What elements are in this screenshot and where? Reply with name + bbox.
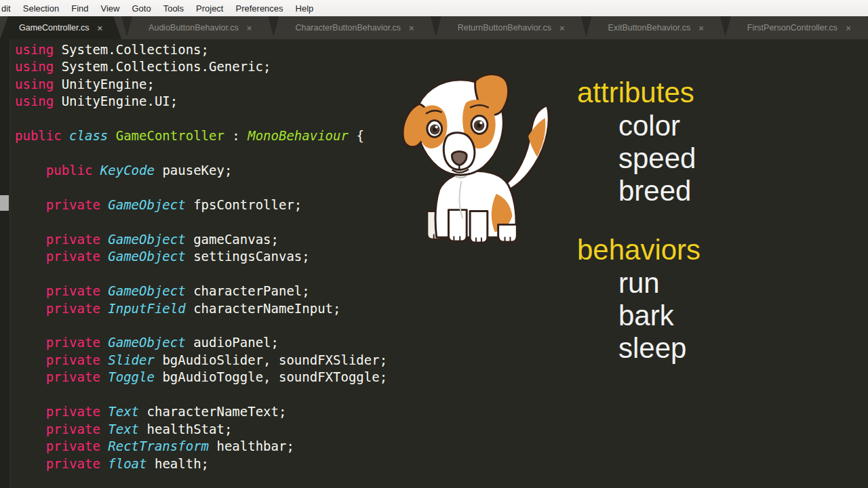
code-line: private Toggle bgAudioToggle, soundFXTog… [15, 369, 868, 386]
close-tab-icon[interactable]: × [247, 23, 252, 33]
annotation-item-sleep: sleep [577, 332, 753, 365]
annotation-title-behaviors: behaviors [577, 233, 753, 267]
tab-separator [720, 16, 731, 37]
annotation-title-attributes: attributes [577, 76, 753, 110]
annotation-item-color: color [577, 110, 753, 142]
code-line: private Text characterNameText; [15, 403, 868, 420]
tab-gamecontroller[interactable]: GameController.cs× [0, 16, 121, 39]
close-tab-icon[interactable]: × [409, 23, 414, 33]
annotation-item-bark: bark [577, 300, 753, 332]
annotation-item-breed: breed [577, 175, 753, 207]
tab-separator [431, 16, 441, 37]
code-line: private RectTransform healthbar; [15, 438, 868, 455]
menu-item-help[interactable]: Help [290, 1, 319, 16]
code-line [15, 386, 868, 403]
app-window: ditSelectionFindViewGotoToolsProjectPref… [0, 0, 868, 488]
tab-characterbuttonbehavior[interactable]: CharacterButtonBehavior.cs× [279, 16, 430, 39]
tab-label: AudioButtonBehavior.cs [149, 23, 239, 33]
tab-label: ExitButtonBehavior.cs [608, 23, 691, 33]
annotation-item-run: run [577, 267, 753, 300]
close-tab-icon[interactable]: × [698, 23, 704, 33]
tab-label: GameController.cs [19, 23, 90, 33]
close-tab-icon[interactable]: × [559, 23, 565, 33]
annotation-section-attributes: attributescolorspeedbreed [577, 76, 753, 207]
code-line: private Text healthStat; [15, 421, 868, 438]
close-tab-icon[interactable]: × [846, 23, 851, 33]
menu-item-find[interactable]: Find [66, 1, 94, 16]
tab-audiobuttonbehavior[interactable]: AudioButtonBehavior.cs× [132, 16, 268, 39]
tab-bar: GameController.cs×AudioButtonBehavior.cs… [0, 16, 868, 39]
gutter-marker [0, 195, 9, 211]
tab-label: ReturnButtonBehavior.cs [458, 23, 551, 33]
menu-item-selection[interactable]: Selection [18, 1, 64, 16]
tab-returnbuttonbehavior[interactable]: ReturnButtonBehavior.cs× [441, 16, 581, 39]
annotation-section-behaviors: behaviorsrunbarksleep [577, 233, 753, 365]
tab-firstpersoncontroller[interactable]: FirstPersonController.cs× [731, 16, 867, 39]
close-tab-icon[interactable]: × [98, 23, 103, 33]
tab-separator [268, 16, 279, 37]
code-line: using System.Collections; [15, 41, 868, 58]
menu-item-project[interactable]: Project [191, 1, 229, 16]
editor-gutter [0, 39, 10, 488]
tab-separator [581, 16, 592, 37]
menu-bar: ditSelectionFindViewGotoToolsProjectPref… [0, 0, 868, 16]
annotation-overlay: attributescolorspeedbreedbehaviorsrunbar… [577, 76, 753, 365]
menu-item-dit[interactable]: dit [0, 1, 16, 16]
code-line: private float health; [15, 455, 868, 472]
annotation-item-speed: speed [577, 142, 753, 175]
menu-item-goto[interactable]: Goto [126, 1, 156, 16]
menu-item-tools[interactable]: Tools [158, 1, 189, 16]
menu-item-preferences[interactable]: Preferences [230, 1, 288, 16]
tab-exitbuttonbehavior[interactable]: ExitButtonBehavior.cs× [592, 16, 720, 39]
tab-separator [121, 16, 132, 37]
puppy-illustration [395, 69, 558, 247]
tab-label: CharacterButtonBehavior.cs [295, 23, 401, 33]
tab-label: FirstPersonController.cs [747, 23, 837, 33]
menu-item-view[interactable]: View [96, 1, 125, 16]
